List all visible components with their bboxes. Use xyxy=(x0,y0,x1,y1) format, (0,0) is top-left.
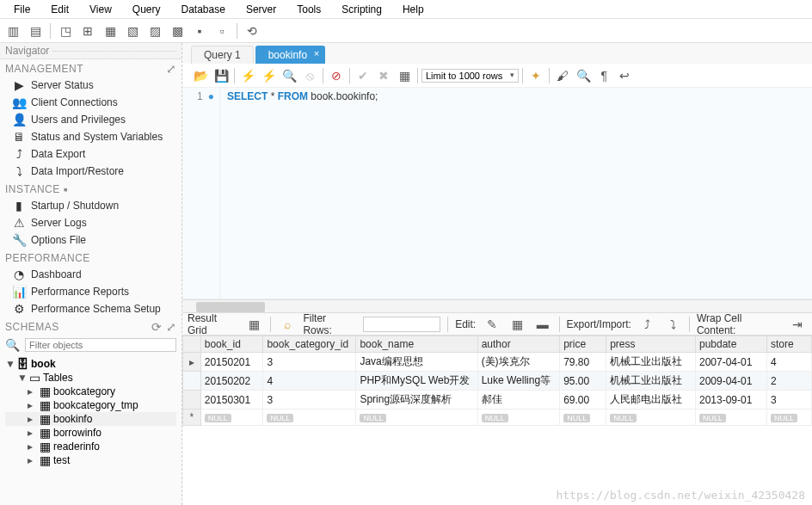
cell-null[interactable]: NULL xyxy=(200,410,263,426)
cell[interactable]: 2009-04-01 xyxy=(695,372,766,391)
db-rev-icon[interactable]: ▨ xyxy=(145,22,164,40)
stop-icon[interactable]: ⦸ xyxy=(300,66,319,85)
beautify-icon[interactable]: ✦ xyxy=(526,66,545,85)
table-row[interactable]: 201502024PHP和MySQL Web开发Luke Welling等95.… xyxy=(183,372,812,391)
cell[interactable]: 2013-09-01 xyxy=(695,391,766,410)
cell[interactable]: PHP和MySQL Web开发 xyxy=(356,372,477,391)
edit-icon[interactable]: ✎ xyxy=(483,315,501,334)
db-script-icon[interactable]: ▪ xyxy=(190,22,209,40)
cell[interactable]: 机械工业出版社 xyxy=(606,372,696,391)
menu-view[interactable]: View xyxy=(79,2,122,17)
stop-on-error-icon[interactable]: ⊘ xyxy=(327,66,346,85)
cell-null[interactable]: NULL xyxy=(767,410,812,426)
autocommit-icon[interactable]: ▦ xyxy=(395,66,414,85)
cell-null[interactable]: NULL xyxy=(695,410,766,426)
cell[interactable]: (美)埃克尔 xyxy=(477,353,560,372)
cell[interactable]: 机械工业出版社 xyxy=(606,353,696,372)
nav-perf-reports[interactable]: 📊Performance Reports xyxy=(0,283,181,300)
horizontal-scrollbar[interactable] xyxy=(182,299,812,313)
limit-dropdown[interactable]: Limit to 1000 rows xyxy=(421,69,519,83)
nav-startup[interactable]: ▮Startup / Shutdown xyxy=(0,197,181,214)
nav-data-import[interactable]: ⤵Data Import/Restore xyxy=(0,163,181,180)
execute-icon[interactable]: ⚡ xyxy=(238,66,257,85)
cell-null[interactable]: NULL xyxy=(356,410,477,426)
new-sql-tab-icon[interactable]: ▥ xyxy=(3,22,22,40)
cell[interactable]: 20150202 xyxy=(200,372,263,391)
menu-file[interactable]: File xyxy=(3,2,40,17)
tree-tables[interactable]: ▼▭Tables xyxy=(5,371,176,385)
cell[interactable]: Java编程思想 xyxy=(356,353,477,372)
db-sync-icon[interactable]: ▧ xyxy=(123,22,142,40)
commit-icon[interactable]: ✔ xyxy=(354,66,372,85)
nav-status-vars[interactable]: 🖥Status and System Variables xyxy=(0,128,181,145)
rollback-icon[interactable]: ✖ xyxy=(374,66,393,85)
nav-users[interactable]: 👤Users and Privileges xyxy=(0,111,181,128)
col-pubdate[interactable]: pubdate xyxy=(695,336,766,353)
expand-icon[interactable]: ⤢ xyxy=(166,63,177,75)
col-book-name[interactable]: book_name xyxy=(356,336,477,353)
cell[interactable]: 3 xyxy=(767,391,812,410)
tree-table-borrowinfo[interactable]: ▸▦borrowinfo xyxy=(5,426,176,440)
tree-db-book[interactable]: ▼🗄book xyxy=(5,357,176,371)
cell[interactable]: Luke Welling等 xyxy=(477,372,560,391)
cell[interactable]: 人民邮电出版社 xyxy=(606,391,696,410)
explain-icon[interactable]: 🔍 xyxy=(280,66,298,85)
filter-objects-input[interactable] xyxy=(25,338,176,352)
cell[interactable]: 2 xyxy=(767,372,812,391)
tab-query1[interactable]: Query 1 xyxy=(191,46,254,64)
table-row[interactable]: ▸201502013Java编程思想(美)埃克尔79.80机械工业出版社2007… xyxy=(183,353,812,372)
menu-query[interactable]: Query xyxy=(122,2,171,17)
open-icon[interactable]: 📂 xyxy=(191,66,210,85)
table-row-null[interactable]: *NULLNULLNULLNULLNULLNULLNULLNULL xyxy=(183,410,812,426)
menu-edit[interactable]: Edit xyxy=(40,2,79,17)
tree-table-bookinfo[interactable]: ▸▦bookinfo xyxy=(5,412,176,426)
save-icon[interactable]: 💾 xyxy=(212,66,231,85)
nav-server-status[interactable]: ▶Server Status xyxy=(0,77,181,94)
code[interactable]: SELECT * FROM book.bookinfo; xyxy=(220,88,384,299)
cell[interactable]: 2007-04-01 xyxy=(695,353,766,372)
col-book-category-id[interactable]: book_category_id xyxy=(263,336,356,353)
execute-cursor-icon[interactable]: ⚡ xyxy=(259,66,278,85)
db-add-icon[interactable]: ⊞ xyxy=(78,22,97,40)
cell[interactable]: 95.00 xyxy=(560,372,606,391)
col-store[interactable]: store xyxy=(767,336,812,353)
cell-null[interactable]: NULL xyxy=(477,410,560,426)
col-press[interactable]: press xyxy=(606,336,696,353)
cell[interactable]: Spring源码深度解析 xyxy=(356,391,477,410)
nav-client-conn[interactable]: 👥Client Connections xyxy=(0,94,181,111)
find-icon[interactable]: 🔍 xyxy=(574,66,593,85)
wrap-cell-icon[interactable]: ⇥ xyxy=(788,315,806,334)
cell-null[interactable]: NULL xyxy=(263,410,356,426)
open-sql-icon[interactable]: ▤ xyxy=(26,22,45,40)
menu-server[interactable]: Server xyxy=(236,2,286,17)
cell[interactable]: 69.00 xyxy=(560,391,606,410)
scrollbar-thumb[interactable] xyxy=(196,302,265,312)
nav-options-file[interactable]: 🔧Options File xyxy=(0,231,181,249)
cell[interactable]: 4 xyxy=(263,372,356,391)
col-price[interactable]: price xyxy=(560,336,606,353)
col-book-id[interactable]: book_id xyxy=(200,336,263,353)
wrap-icon[interactable]: ↩ xyxy=(615,66,634,85)
cell[interactable]: 20150201 xyxy=(200,353,263,372)
nav-perf-schema[interactable]: ⚙Performance Schema Setup xyxy=(0,300,181,317)
brush-icon[interactable]: 🖌 xyxy=(553,66,572,85)
cell[interactable]: 4 xyxy=(767,353,812,372)
tree-table-test[interactable]: ▸▦test xyxy=(5,453,176,467)
cell[interactable]: 79.80 xyxy=(560,353,606,372)
filter-rows-input[interactable] xyxy=(363,317,440,332)
db-icon[interactable]: ▦ xyxy=(101,22,120,40)
sql-editor[interactable]: 1● SELECT * FROM book.bookinfo; xyxy=(182,88,812,299)
cell[interactable]: 3 xyxy=(263,391,356,410)
row-header[interactable]: ▸ xyxy=(183,353,201,372)
db-model-icon[interactable]: ▩ xyxy=(168,22,187,40)
refresh-icon[interactable]: ⟳ xyxy=(151,321,163,333)
import-icon[interactable]: ⤵ xyxy=(663,315,681,334)
cell[interactable]: 20150301 xyxy=(200,391,263,410)
nav-server-logs[interactable]: ⚠Server Logs xyxy=(0,214,181,231)
result-grid[interactable]: book_id book_category_id book_name autho… xyxy=(182,336,812,426)
invisible-icon[interactable]: ¶ xyxy=(594,66,613,85)
inspector-icon[interactable]: ◳ xyxy=(56,22,75,40)
row-header[interactable] xyxy=(183,372,201,391)
cell-null[interactable]: NULL xyxy=(560,410,606,426)
db-search-icon[interactable]: ▫ xyxy=(212,22,231,40)
